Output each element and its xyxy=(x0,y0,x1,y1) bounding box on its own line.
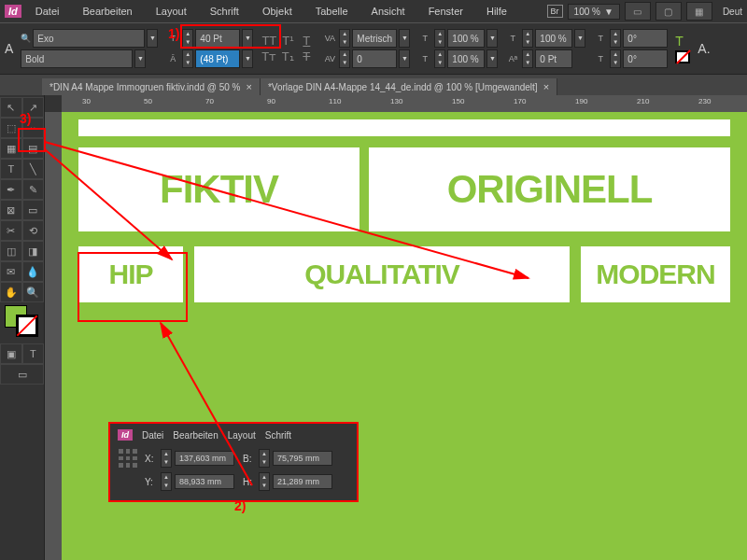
vs2-dd-icon[interactable]: ▼ xyxy=(574,29,585,48)
h-field[interactable]: 21,289 mm xyxy=(273,474,332,489)
text-frame-qualitativ[interactable]: QUALITATIV xyxy=(194,246,570,302)
view-mode-normal[interactable]: ▭ xyxy=(0,364,44,385)
format-container-icon[interactable]: ▣ xyxy=(0,343,22,364)
page-tool[interactable]: ⬚ xyxy=(0,118,22,138)
doc-tab-2[interactable]: *Vorlage DIN A4-Mappe 14_44_de.indd @ 10… xyxy=(261,78,557,95)
zoom-tool[interactable]: 🔍 xyxy=(22,282,45,302)
hscale-stepper[interactable]: ▲▼ xyxy=(434,49,445,68)
gradient-feather-tool[interactable]: ◨ xyxy=(22,241,45,261)
stroke-swatch-icon[interactable] xyxy=(675,50,690,63)
size-dropdown-icon[interactable]: ▼ xyxy=(242,29,253,48)
text-frame-fiktiv[interactable]: FIKTIV xyxy=(78,147,359,231)
header-strip[interactable] xyxy=(78,119,730,136)
underline-icon[interactable]: T xyxy=(298,34,315,48)
menu-ansicht[interactable]: Ansicht xyxy=(362,4,415,19)
rectangle-frame-tool[interactable]: ⊠ xyxy=(0,200,22,220)
text-frame-hip[interactable]: HIP xyxy=(78,246,183,302)
char-mode-icon[interactable]: A xyxy=(5,41,13,56)
pencil-tool[interactable]: ✎ xyxy=(22,179,45,200)
baseline-stepper[interactable]: ▲▼ xyxy=(522,49,533,68)
transform-popup[interactable]: Id Datei Bearbeiten Layout Schrift X:▲▼1… xyxy=(108,422,359,502)
menu-datei[interactable]: Datei xyxy=(26,4,69,19)
content-collector-tool[interactable]: ▦ xyxy=(0,138,22,159)
reference-point-grid[interactable] xyxy=(118,448,138,469)
font-dropdown-icon[interactable]: ▼ xyxy=(147,29,158,48)
hand-tool[interactable]: ✋ xyxy=(0,282,22,302)
leading-stepper[interactable]: ▲▼ xyxy=(182,49,193,68)
bridge-icon[interactable]: Br xyxy=(547,5,563,18)
sk-stepper[interactable]: ▲▼ xyxy=(610,29,621,48)
popup-menu-layout[interactable]: Layout xyxy=(228,430,256,441)
sk-field[interactable]: 0° xyxy=(623,29,668,48)
leading-field[interactable]: (48 Pt) xyxy=(195,49,240,68)
popup-menu-datei[interactable]: Datei xyxy=(142,430,163,441)
selection-tool[interactable]: ↖ xyxy=(0,97,22,118)
kern-dd-icon[interactable]: ▼ xyxy=(399,29,410,48)
w-stepper[interactable]: ▲▼ xyxy=(259,449,270,468)
tracking-stepper[interactable]: ▲▼ xyxy=(339,49,350,68)
menu-bearbeiten[interactable]: Bearbeiten xyxy=(73,4,141,19)
tab2-close-icon[interactable]: × xyxy=(543,81,549,92)
vscale-field[interactable]: 100 % xyxy=(447,29,485,48)
rot-stepper[interactable]: ▲▼ xyxy=(610,49,621,68)
subscript-icon[interactable]: T₁ xyxy=(279,49,296,63)
size-stepper[interactable]: ▲▼ xyxy=(182,29,193,48)
text-frame-originell[interactable]: ORIGINELL xyxy=(369,147,730,231)
note-tool[interactable]: ✉ xyxy=(0,261,22,282)
rectangle-tool[interactable]: ▭ xyxy=(22,200,45,220)
leading-dropdown-icon[interactable]: ▼ xyxy=(242,49,253,68)
eyedropper-tool[interactable]: 💧 xyxy=(22,261,45,282)
font-family-field[interactable]: Exo xyxy=(33,29,145,48)
tab1-close-icon[interactable]: × xyxy=(247,81,252,92)
vs2-field[interactable]: 100 % xyxy=(535,29,572,48)
format-text-icon[interactable]: T xyxy=(22,343,45,364)
tracking-field[interactable]: 0 xyxy=(352,49,397,68)
track-dd-icon[interactable]: ▼ xyxy=(399,49,410,68)
baseline-field[interactable]: 0 Pt xyxy=(535,49,572,68)
view-options-icon[interactable]: ▭ xyxy=(625,2,651,21)
menu-objekt[interactable]: Objekt xyxy=(253,4,302,19)
allcaps-icon[interactable]: TT xyxy=(261,34,277,48)
superscript-icon[interactable]: T¹ xyxy=(279,34,296,48)
content-placer-tool[interactable]: ▤ xyxy=(22,138,45,159)
doc-tab-1[interactable]: *DIN A4 Mappe Immogruen fiktiv.indd @ 50… xyxy=(42,78,261,95)
vs2-stepper[interactable]: ▲▼ xyxy=(522,29,533,48)
scissors-tool[interactable]: ✂ xyxy=(0,220,22,241)
hscale-dd-icon[interactable]: ▼ xyxy=(486,49,498,68)
strike-icon[interactable]: T xyxy=(298,49,315,63)
pen-tool[interactable]: ✒ xyxy=(0,179,22,200)
x-field[interactable]: 137,603 mm xyxy=(175,451,234,466)
charstyle-icon[interactable]: A. xyxy=(698,41,710,56)
gradient-swatch-tool[interactable]: ◫ xyxy=(0,241,22,261)
zoom-dropdown[interactable]: 100 % ▼ xyxy=(568,4,620,20)
weight-dropdown-icon[interactable]: ▼ xyxy=(134,49,146,68)
line-tool[interactable]: ╲ xyxy=(22,159,45,179)
vscale-stepper[interactable]: ▲▼ xyxy=(434,29,445,48)
rot-field[interactable]: 0° xyxy=(623,49,668,68)
screen-mode-icon[interactable]: ▢ xyxy=(655,2,682,21)
horizontal-ruler[interactable]: 30 50 70 90 110 130 150 170 190 210 230 xyxy=(62,95,747,112)
stroke-swatch[interactable] xyxy=(16,315,38,337)
y-field[interactable]: 88,933 mm xyxy=(175,474,234,489)
type-tool[interactable]: T xyxy=(0,159,22,179)
smallcaps-icon[interactable]: Tᴛ xyxy=(261,49,277,63)
h-stepper[interactable]: ▲▼ xyxy=(259,472,270,491)
menu-layout[interactable]: Layout xyxy=(147,4,196,19)
x-stepper[interactable]: ▲▼ xyxy=(161,449,172,468)
menu-schrift[interactable]: Schrift xyxy=(201,4,248,19)
text-frame-modern[interactable]: MODERN xyxy=(581,246,730,302)
popup-menu-schrift[interactable]: Schrift xyxy=(265,430,291,441)
fill-stroke-swatch[interactable] xyxy=(3,305,41,341)
fill-color-icon[interactable]: T xyxy=(675,34,690,49)
kerning-field[interactable]: Metrisch xyxy=(352,29,397,48)
vscale-dd-icon[interactable]: ▼ xyxy=(486,29,498,48)
arrange-icon[interactable]: ▦ xyxy=(686,2,712,21)
menu-fenster[interactable]: Fenster xyxy=(419,4,472,19)
w-field[interactable]: 75,795 mm xyxy=(273,451,332,466)
vertical-ruler[interactable] xyxy=(45,112,62,560)
font-size-field[interactable]: 40 Pt xyxy=(195,29,240,48)
menu-hilfe[interactable]: Hilfe xyxy=(477,4,516,19)
popup-menu-bearbeiten[interactable]: Bearbeiten xyxy=(173,430,218,441)
menu-tabelle[interactable]: Tabelle xyxy=(306,4,358,19)
free-transform-tool[interactable]: ⟲ xyxy=(22,220,45,241)
